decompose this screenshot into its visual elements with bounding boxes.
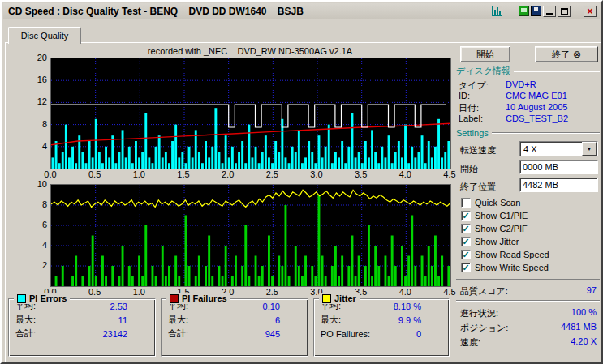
x-tick-label: 1.0 (127, 169, 150, 179)
minimize-icon (546, 13, 553, 15)
tab-disc-quality[interactable]: Disc Quality (8, 27, 81, 44)
titlebar-buttons: × (490, 5, 597, 17)
stat-row: 合計:945 (162, 327, 308, 340)
stat-value: 9.9 % (398, 315, 421, 325)
checkbox-label: Show Write Speed (475, 263, 549, 272)
stat-value: 11 (118, 315, 127, 325)
exit-button[interactable]: 終了 ⊗ (535, 46, 598, 62)
minimize-button[interactable] (543, 6, 556, 17)
x-tick-label: 0.5 (84, 287, 106, 297)
x-tick-label: 2.0 (217, 169, 239, 179)
y-tick-label: 2 (26, 260, 47, 270)
transfer-speed-select[interactable]: 4 X ▼ (519, 141, 598, 156)
x-tick-label: 2.5 (261, 169, 283, 179)
stats-box-title: PI Errors (29, 293, 67, 303)
end-position-input[interactable] (519, 178, 598, 192)
chevron-down-icon: ▼ (587, 146, 592, 152)
stats-box-legend: PI Errors (14, 293, 70, 304)
progress-label: 進行状況: (460, 307, 498, 319)
pif-chart-x-axis: 0.00.51.01.52.02.53.03.54.04.5 (50, 285, 450, 297)
end-position-label: 終了位置 (460, 181, 496, 193)
disc-info-row-type: タイプ: DVD+R (459, 79, 598, 90)
y-tick-label: 20 (26, 53, 47, 62)
info-value: DVD+R (506, 79, 536, 89)
titlebar: CD Speed : Disc Quality Test - BENQ DVD … (3, 3, 600, 19)
pif-jitter-chart: 108642 0.00.51.01.52.02.53.03.54.04.5 (50, 184, 450, 285)
chart-icon[interactable] (492, 6, 502, 16)
info-label: タイプ: (459, 79, 489, 92)
save-icon[interactable] (531, 6, 541, 16)
screenshot-icon[interactable] (519, 6, 529, 16)
info-label: 日付: (459, 102, 479, 114)
x-tick-label: 4.5 (438, 287, 461, 297)
progress-value: 100 % (571, 307, 597, 317)
x-tick-label: 1.5 (172, 169, 195, 179)
stat-value: 2.53 (110, 302, 127, 311)
stat-value: 8.18 % (394, 302, 421, 311)
stats-box-title: PI Failures (182, 293, 227, 303)
transfer-speed-value: 4 X (520, 144, 581, 154)
stat-label: 合計: (168, 328, 188, 340)
checkbox-show-read-speed[interactable]: ✓ (461, 250, 471, 259)
exit-icon: ⊗ (573, 49, 581, 60)
disc-info-row-date: 日付: 10 August 2005 (459, 102, 598, 113)
disc-info-row-id: ID: CMC MAG E01 (459, 91, 598, 101)
transfer-speed-label: 転送速度 (460, 144, 496, 156)
disc-info-section-header: ディスク情報 (456, 65, 600, 77)
y-tick-label: 6 (26, 220, 47, 229)
stat-label: PO Failures: (321, 329, 370, 339)
info-label: ID: (459, 91, 470, 101)
x-tick-label: 3.5 (350, 169, 373, 179)
checkbox-quick-scan[interactable] (461, 198, 471, 208)
pi-failures-swatch-icon (170, 294, 179, 303)
stat-label: 最大: (168, 314, 188, 326)
start-position-label: 開始 (460, 163, 478, 175)
stat-value: 0.10 (263, 302, 280, 311)
dropdown-button[interactable]: ▼ (582, 142, 597, 156)
close-button[interactable]: × (584, 6, 597, 17)
checkbox-label: Show Read Speed (475, 250, 549, 259)
start-button[interactable]: 開始 (460, 46, 510, 62)
stats-box-jitter: Jitter 平均:8.18 % 最大:9.9 % PO Failures:0 (313, 298, 450, 357)
disc-info-title: ディスク情報 (456, 65, 510, 77)
start-position-input[interactable] (519, 160, 598, 174)
stats-box-title: Jitter (334, 293, 356, 303)
checkbox-show-c1-pie[interactable]: ✓ (461, 211, 471, 221)
stat-label: 最大: (15, 314, 36, 326)
x-tick-label: 0.0 (39, 169, 62, 179)
jitter-swatch-icon (322, 294, 331, 303)
progress-row: 進行状況: 100 % (459, 307, 598, 318)
y-tick-label: 12 (26, 96, 47, 106)
checkbox-label: Show C2/PIF (475, 224, 528, 233)
x-tick-label: 0.5 (84, 169, 106, 179)
speed-row: 速度: 4.20 X (459, 336, 598, 347)
stat-value: 0 (416, 329, 421, 339)
stat-row: PO Failures:0 (314, 327, 449, 340)
start-button-label: 開始 (476, 49, 494, 61)
checkbox-row-quick-scan: Quick Scan (461, 197, 520, 208)
x-tick-label: 2.5 (261, 287, 283, 297)
exit-button-label: 終了 (552, 49, 570, 61)
y-tick-label: 4 (26, 240, 47, 250)
checkbox-row-show-read-speed: ✓ Show Read Speed (461, 249, 549, 259)
maximize-button[interactable] (558, 6, 571, 17)
checkbox-row-show-jitter: ✓ Show Jitter (461, 236, 519, 246)
x-tick-label: 4.0 (394, 287, 416, 297)
stat-row: 最大:11 (9, 313, 155, 327)
checkbox-show-jitter[interactable]: ✓ (461, 237, 471, 246)
divider (456, 300, 600, 302)
y-tick-label: 4 (26, 141, 47, 151)
disc-info-row-label: Label: CDS_TEST_B2 (459, 113, 598, 124)
pie-chart-y-axis: 20161284 (26, 58, 47, 168)
y-tick-label: 8 (26, 119, 47, 129)
x-tick-label: 3.0 (305, 169, 328, 179)
settings-title: Settings (456, 128, 489, 138)
pie-chart-plot (50, 58, 451, 169)
checkbox-show-write-speed[interactable]: ✓ (461, 263, 471, 272)
stat-value: 23142 (102, 329, 127, 339)
checkbox-show-c2-pif[interactable]: ✓ (461, 224, 471, 233)
y-tick-label: 16 (26, 75, 47, 84)
x-tick-label: 4.0 (394, 169, 416, 179)
info-value: CDS_TEST_B2 (506, 113, 568, 123)
y-tick-label: 8 (26, 199, 47, 209)
